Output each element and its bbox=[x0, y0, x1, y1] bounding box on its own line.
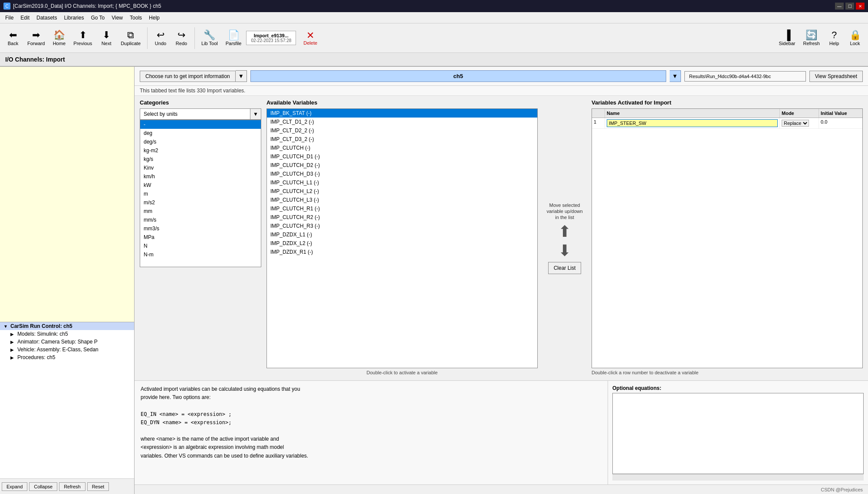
bottom-h-scrollbar[interactable] bbox=[612, 474, 864, 480]
status-text: CSDN @Prejudices bbox=[821, 487, 863, 492]
avail-item-0[interactable]: IMP_BK_STAT (-) bbox=[267, 109, 537, 118]
undo-button[interactable]: ↩ Undo bbox=[151, 28, 170, 48]
menu-view[interactable]: View bbox=[108, 13, 126, 22]
avail-item-8[interactable]: IMP_CLUTCH_L1 (-) bbox=[267, 178, 537, 187]
close-button[interactable]: ✕ bbox=[856, 3, 865, 10]
collapse-button[interactable]: Collapse bbox=[29, 482, 57, 491]
menu-edit[interactable]: Edit bbox=[17, 13, 33, 22]
avail-item-9[interactable]: IMP_CLUTCH_L2 (-) bbox=[267, 187, 537, 196]
run-select-button[interactable]: Choose run to get import information bbox=[140, 71, 236, 82]
minimize-button[interactable]: — bbox=[835, 3, 844, 10]
previous-button[interactable]: ⬆ Previous bbox=[70, 28, 95, 48]
cat-item-m[interactable]: m bbox=[140, 190, 261, 198]
menu-goto[interactable]: Go To bbox=[87, 13, 108, 22]
redo-button[interactable]: ↪ Redo bbox=[172, 28, 191, 48]
tree-item-procedures[interactable]: ▶ Procedures: ch5 bbox=[0, 353, 134, 361]
run-select-dropdown[interactable]: ▼ bbox=[236, 70, 247, 82]
reset-button[interactable]: Reset bbox=[87, 482, 109, 491]
avail-item-15[interactable]: IMP_DZDX_L2 (-) bbox=[267, 239, 537, 248]
tree-collapse-icon: ▼ bbox=[3, 324, 9, 329]
clear-list-button[interactable]: Clear List bbox=[548, 262, 582, 274]
cat-item-kw[interactable]: kW bbox=[140, 181, 261, 190]
move-section: Move selected variable up/down in the li… bbox=[543, 99, 586, 377]
home-icon: 🏠 bbox=[53, 30, 65, 40]
avail-item-5[interactable]: IMP_CLUTCH_D1 (-) bbox=[267, 152, 537, 161]
bottom-right: Optional equations: bbox=[608, 381, 868, 484]
cat-item-deg[interactable]: deg bbox=[140, 129, 261, 137]
lock-button[interactable]: 🔒 Lock bbox=[845, 28, 865, 48]
avail-item-14[interactable]: IMP_DZDX_L1 (-) bbox=[267, 230, 537, 239]
cat-item-ms2[interactable]: m/s2 bbox=[140, 198, 261, 207]
cat-item-kinv[interactable]: Kinv bbox=[140, 164, 261, 172]
activated-row-num-0[interactable]: 1 bbox=[592, 118, 605, 128]
cat-item-mm[interactable]: mm bbox=[140, 207, 261, 216]
next-button[interactable]: ⬇ Next bbox=[97, 28, 116, 48]
forward-icon: ➡ bbox=[32, 30, 40, 40]
avail-item-12[interactable]: IMP_CLUTCH_R2 (-) bbox=[267, 213, 537, 222]
refresh-button[interactable]: 🔄 Refresh bbox=[800, 28, 823, 48]
expand-button[interactable]: Expand bbox=[2, 482, 27, 491]
activated-variables-table: Name Mode Initial Value 1 Replace Add bbox=[592, 108, 863, 368]
parsfile-button[interactable]: 📄 Parsfile bbox=[223, 28, 245, 48]
toolbar-separator-1 bbox=[147, 27, 148, 49]
avail-item-6[interactable]: IMP_CLUTCH_D2 (-) bbox=[267, 161, 537, 170]
menu-help[interactable]: Help bbox=[145, 13, 163, 22]
categories-select-value[interactable]: Select by units bbox=[140, 109, 250, 119]
cat-item-kgs[interactable]: kg/s bbox=[140, 155, 261, 164]
cat-item-dash[interactable]: - bbox=[140, 120, 261, 129]
activated-name-input-0[interactable] bbox=[607, 119, 778, 127]
menu-tools[interactable]: Tools bbox=[126, 13, 145, 22]
cat-item-mms[interactable]: mm/s bbox=[140, 216, 261, 224]
tree-item-animator[interactable]: ▶ Animator: Camera Setup: Shape P bbox=[0, 338, 134, 346]
cat-item-mpa[interactable]: MPa bbox=[140, 233, 261, 242]
tree-item-models[interactable]: ▶ Models: Simulink: ch5 bbox=[0, 330, 134, 338]
avail-item-2[interactable]: IMP_CLT_D2_2 (-) bbox=[267, 126, 537, 135]
help-button[interactable]: ? Help bbox=[825, 28, 844, 48]
avail-item-7[interactable]: IMP_CLUTCH_D3 (-) bbox=[267, 170, 537, 178]
sidebar-button[interactable]: ▐ Sidebar bbox=[776, 28, 799, 48]
avail-item-10[interactable]: IMP_CLUTCH_L3 (-) bbox=[267, 196, 537, 204]
menu-file[interactable]: File bbox=[2, 13, 17, 22]
view-spreadsheet-button[interactable]: View Spreadsheet bbox=[809, 71, 863, 82]
next-icon: ⬇ bbox=[102, 30, 110, 40]
activated-variables-label: Variables Activated for Import bbox=[592, 99, 863, 106]
ch5-dropdown[interactable]: ▼ bbox=[670, 70, 681, 82]
avail-item-3[interactable]: IMP_CLT_D3_2 (-) bbox=[267, 135, 537, 144]
bottom-text-7: where <name> is the name of the active i… bbox=[141, 435, 602, 443]
duplicate-button[interactable]: ⧉ Duplicate bbox=[118, 28, 144, 48]
tree-item-root[interactable]: ▼ CarSim Run Control: ch5 bbox=[0, 322, 134, 330]
cat-item-nm[interactable]: N-m bbox=[140, 250, 261, 259]
toolbar-separator-2 bbox=[194, 27, 195, 49]
move-up-button[interactable]: ⬆ bbox=[558, 224, 571, 239]
left-refresh-button[interactable]: Refresh bbox=[59, 482, 85, 491]
forward-button[interactable]: ➡ Forward bbox=[24, 28, 48, 48]
move-down-button[interactable]: ⬇ bbox=[558, 243, 571, 258]
categories-dropdown-arrow[interactable]: ▼ bbox=[250, 109, 261, 119]
cat-item-kmh[interactable]: km/h bbox=[140, 172, 261, 181]
optional-equations-textarea[interactable] bbox=[612, 393, 864, 474]
delete-button[interactable]: ✕ Delete bbox=[298, 29, 323, 48]
categories-dropdown[interactable]: Select by units ▼ bbox=[140, 108, 261, 120]
avail-item-1[interactable]: IMP_CLT_D1_2 (-) bbox=[267, 118, 537, 126]
available-variables-list: IMP_BK_STAT (-) IMP_CLT_D1_2 (-) IMP_CLT… bbox=[267, 109, 537, 368]
libtool-icon: 🔧 bbox=[204, 30, 215, 40]
maximize-button[interactable]: ☐ bbox=[845, 3, 854, 10]
cat-item-mm3s[interactable]: mm3/s bbox=[140, 224, 261, 233]
avail-item-4[interactable]: IMP_CLUTCH (-) bbox=[267, 144, 537, 152]
cat-item-kgm2[interactable]: kg-m2 bbox=[140, 146, 261, 155]
tree-item-vehicle[interactable]: ▶ Vehicle: Assembly: E-Class, Sedan bbox=[0, 346, 134, 353]
menu-libraries[interactable]: Libraries bbox=[60, 13, 87, 22]
avail-item-16[interactable]: IMP_DZDX_R1 (-) bbox=[267, 248, 537, 256]
activated-mode-select-0[interactable]: Replace Add bbox=[782, 120, 809, 127]
back-button[interactable]: ⬅ Back bbox=[3, 28, 23, 48]
libtool-button[interactable]: 🔧 Lib Tool bbox=[198, 28, 221, 48]
bottom-text-8: <expression> is an algebraic expression … bbox=[141, 443, 602, 451]
tree-panel-bottom: Expand Collapse Refresh Reset bbox=[0, 478, 134, 494]
cat-item-n[interactable]: N bbox=[140, 242, 261, 250]
menu-datasets[interactable]: Datasets bbox=[33, 13, 60, 22]
deactivate-hint: Double-click a row number to deactivate … bbox=[592, 368, 863, 377]
avail-item-11[interactable]: IMP_CLUTCH_R1 (-) bbox=[267, 204, 537, 213]
cat-item-degs[interactable]: deg/s bbox=[140, 137, 261, 146]
home-button[interactable]: 🏠 Home bbox=[49, 28, 69, 48]
avail-item-13[interactable]: IMP_CLUTCH_R3 (-) bbox=[267, 222, 537, 230]
